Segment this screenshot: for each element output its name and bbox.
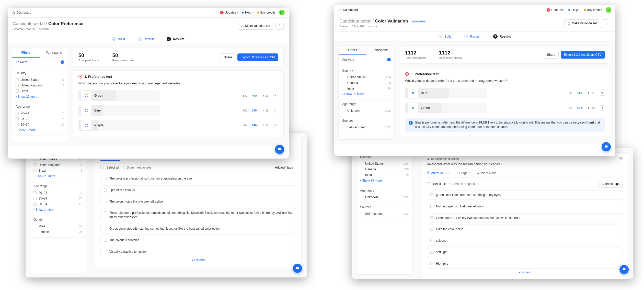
- checkbox[interactable]: [16, 117, 19, 120]
- answer-bar[interactable]: Purple: [78, 120, 160, 131]
- response-row[interactable]: Green correlates with starting something…: [100, 224, 296, 233]
- filter-row[interactable]: 20–245: [16, 110, 64, 116]
- tab-results[interactable]: 3Results: [167, 37, 185, 41]
- response-row[interactable]: Hlompho: [427, 259, 623, 269]
- search[interactable]: [122, 166, 194, 169]
- response-row[interactable]: Nothing specific, Just blue felt good: [427, 202, 623, 211]
- filter-row[interactable]: 25–2917: [16, 116, 64, 122]
- checkbox[interactable]: [33, 203, 37, 206]
- filter-row[interactable]: United Kingdom8: [16, 83, 64, 88]
- checkbox[interactable]: [104, 200, 107, 203]
- hint-icon[interactable]: i: [387, 58, 391, 61]
- participants-tab[interactable]: Participants: [40, 48, 68, 58]
- filter-row[interactable]: United States234: [360, 161, 409, 166]
- filter-row[interactable]: Canada129: [360, 166, 409, 172]
- filter-row[interactable]: United States11: [16, 77, 64, 83]
- checkbox[interactable]: [33, 191, 37, 194]
- response-row[interactable]: The colors made the site very attractive: [100, 197, 296, 206]
- expand-button[interactable]: ▾ Expand: [427, 269, 623, 276]
- updates-link[interactable]: 3Updates▾: [547, 8, 565, 12]
- show-more[interactable]: ▾Show 20 more: [16, 94, 64, 99]
- filter-row[interactable]: India78: [342, 86, 391, 91]
- buy-credits-link[interactable]: Buy credits: [257, 11, 275, 14]
- filter-row[interactable]: Self-recruited1112: [360, 211, 409, 217]
- updates-link[interactable]: 3Updates▾: [220, 11, 238, 14]
- checkbox[interactable]: [430, 228, 433, 231]
- search[interactable]: [449, 182, 521, 186]
- checkbox[interactable]: [430, 239, 433, 242]
- select-all-label[interactable]: Select all: [433, 182, 446, 186]
- make-variation-button[interactable]: Make variation set: [564, 19, 600, 27]
- checkbox[interactable]: [33, 163, 37, 166]
- share-button[interactable]: Share: [221, 53, 235, 61]
- subtab-answers[interactable]: ☰ Answers 1112: [427, 169, 450, 177]
- expand-icon[interactable]: [619, 157, 623, 161]
- dashboard-link[interactable]: Dashboard: [12, 11, 31, 14]
- subtab-wordcloud[interactable]: ☁ Word cloud: [477, 169, 496, 177]
- participants-tab[interactable]: Participants: [366, 46, 394, 55]
- checkbox[interactable]: [33, 197, 37, 200]
- checkbox[interactable]: [430, 216, 433, 219]
- filter-row[interactable]: Brazil3: [16, 88, 64, 94]
- tab-results[interactable]: 3Results: [493, 34, 511, 39]
- filter-row[interactable]: 25–2917: [33, 196, 82, 201]
- response-row[interactable]: Visually attractive template: [100, 247, 296, 256]
- checkbox[interactable]: [430, 251, 433, 254]
- checkbox[interactable]: [430, 193, 433, 196]
- checkbox[interactable]: [104, 250, 107, 253]
- show-more[interactable]: ▾Show 1 more: [16, 127, 64, 133]
- response-row[interactable]: colours: [427, 236, 623, 246]
- filter-row[interactable]: United Kingdom8: [33, 162, 82, 168]
- search-input[interactable]: [453, 182, 504, 186]
- filter-row[interactable]: 30–3417: [16, 122, 64, 127]
- share-button[interactable]: Share: [544, 51, 559, 59]
- more-button[interactable]: ⋮: [275, 22, 284, 30]
- show-more[interactable]: ▾Show 89 more: [360, 178, 409, 183]
- filter-icon[interactable]: [273, 108, 278, 113]
- checkbox[interactable]: [16, 78, 19, 81]
- filter-row[interactable]: Canada129: [342, 80, 391, 86]
- filters-tab[interactable]: Filters: [12, 48, 40, 58]
- filter-icon[interactable]: [600, 91, 605, 96]
- show-more[interactable]: ▾Show 1 more: [33, 207, 82, 213]
- filter-icon[interactable]: [273, 93, 278, 98]
- filter-icon[interactable]: [273, 123, 278, 128]
- answer-bar[interactable]: Blue: [405, 88, 487, 98]
- add-edit-tags-button[interactable]: Add/edit tags: [598, 180, 623, 188]
- checkbox[interactable]: [104, 239, 107, 242]
- checkbox[interactable]: [16, 123, 19, 126]
- filters-tab[interactable]: Filters: [339, 46, 366, 55]
- select-all-label[interactable]: Select all: [107, 166, 119, 169]
- filter-row[interactable]: 30–3417: [33, 201, 82, 207]
- filter-row[interactable]: United States234: [342, 74, 391, 80]
- response-row[interactable]: Feels a bit more professional, reminds m…: [100, 208, 296, 222]
- chat-bubble[interactable]: [275, 145, 284, 154]
- dashboard-link[interactable]: Dashboard: [338, 8, 358, 12]
- chat-bubble[interactable]: [619, 265, 629, 274]
- response-row[interactable]: green color icons are more soothing to m…: [427, 190, 623, 200]
- filter-row[interactable]: Unknown1112: [342, 108, 391, 114]
- checkbox[interactable]: [33, 169, 37, 172]
- filter-row[interactable]: Male30: [33, 224, 82, 229]
- checkbox[interactable]: [430, 205, 433, 208]
- hint-icon[interactable]: i: [61, 60, 64, 64]
- answer-bar[interactable]: Green: [405, 103, 487, 113]
- chat-bubble[interactable]: [602, 142, 611, 151]
- select-all-cb[interactable]: [427, 182, 430, 185]
- response-row[interactable]: Green does not hit my eyes as hard as th…: [427, 213, 623, 223]
- checkbox[interactable]: [104, 211, 107, 214]
- select-all-cb[interactable]: [100, 166, 103, 169]
- response-row[interactable]: I prefer the colours: [100, 185, 296, 195]
- subtab-tags[interactable]: 🏷 Tags 0: [456, 169, 470, 177]
- expand-button[interactable]: ▾ Expand: [100, 256, 296, 264]
- tab-recruit[interactable]: ✓Recruit: [138, 37, 154, 41]
- checkbox[interactable]: [430, 262, 433, 265]
- checkbox[interactable]: [104, 188, 107, 192]
- more-button[interactable]: ⋮: [602, 19, 610, 27]
- checkbox[interactable]: [16, 84, 19, 87]
- answer-bar[interactable]: Blue: [78, 105, 160, 116]
- help-link[interactable]: Help▾: [242, 11, 254, 14]
- help-link[interactable]: Help▾: [568, 8, 580, 12]
- show-more[interactable]: ▾Show 89 more: [342, 91, 391, 97]
- search-input[interactable]: [127, 166, 178, 169]
